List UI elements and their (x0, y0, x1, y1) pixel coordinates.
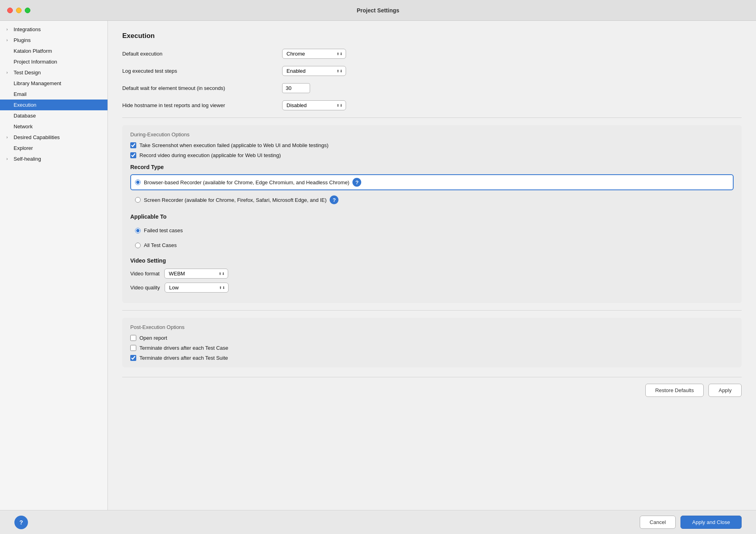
open-report-checkbox[interactable] (130, 335, 136, 341)
failed-test-cases-option[interactable]: Failed test cases (130, 224, 734, 237)
record-type-box: Record Type Browser-based Recorder (avai… (130, 164, 734, 208)
all-test-cases-option[interactable]: All Test Cases (130, 239, 734, 252)
content-action-row: Restore Defaults Apply (122, 377, 742, 397)
sidebar-item-label: Network (14, 124, 33, 130)
terminate-after-case-row: Terminate drivers after each Test Case (130, 345, 734, 351)
applicable-to-title: Applicable To (130, 213, 734, 220)
terminate-after-suite-checkbox[interactable] (130, 355, 136, 361)
post-execution-title: Post-Execution Options (130, 324, 734, 330)
hide-hostname-label: Hide hostname in test reports and log vi… (122, 102, 282, 108)
default-execution-select[interactable]: Chrome Firefox Edge Safari IE (282, 49, 346, 59)
video-setting-box: Video Setting Video format WEBM AVI MP4 … (130, 257, 734, 293)
all-test-cases-radio[interactable] (135, 243, 141, 248)
timeout-input[interactable] (282, 83, 310, 93)
sidebar-item-project-information[interactable]: › Project Information (0, 56, 107, 67)
sidebar-item-network[interactable]: › Network (0, 121, 107, 132)
video-quality-row: Video quality Low Medium High (130, 283, 734, 293)
sidebar-item-library-management[interactable]: › Library Management (0, 78, 107, 89)
bottom-help-button[interactable]: ? (14, 516, 28, 529)
sidebar-item-test-design[interactable]: › Test Design (0, 67, 107, 78)
log-steps-row: Log executed test steps Enabled Disabled (122, 66, 742, 76)
screen-recorder-radio[interactable] (135, 197, 141, 203)
default-execution-select-wrapper: Chrome Firefox Edge Safari IE (282, 49, 346, 59)
title-bar: Project Settings (0, 0, 756, 21)
browser-based-label: Browser-based Recorder (available for Ch… (144, 179, 349, 185)
open-report-label: Open report (139, 335, 167, 341)
close-button[interactable] (7, 8, 13, 13)
video-format-select[interactable]: WEBM AVI MP4 (164, 269, 228, 279)
sidebar-item-label: Desired Capabilities (14, 134, 60, 140)
terminate-after-suite-label: Terminate drivers after each Test Suite (139, 355, 228, 361)
chevron-right-icon: › (6, 157, 11, 161)
browser-based-radio[interactable] (135, 179, 141, 185)
hide-hostname-select-wrapper: Disabled Enabled (282, 100, 346, 110)
sidebar-item-label: Library Management (14, 80, 61, 86)
sidebar-item-database[interactable]: › Database (0, 110, 107, 121)
apply-and-close-button[interactable]: Apply and Close (680, 516, 742, 529)
cancel-button[interactable]: Cancel (640, 516, 676, 529)
bottom-left-area: ? (14, 516, 635, 529)
restore-defaults-button[interactable]: Restore Defaults (645, 384, 704, 397)
content-area: Execution Default execution Chrome Firef… (108, 21, 756, 510)
failed-test-cases-label: Failed test cases (144, 227, 183, 233)
sidebar-item-label: Integrations (14, 26, 41, 32)
sidebar-item-katalon-platform[interactable]: › Katalon Platform (0, 46, 107, 56)
bottom-bar: ? Cancel Apply and Close (0, 510, 756, 534)
default-execution-row: Default execution Chrome Firefox Edge Sa… (122, 49, 742, 59)
screen-recorder-help-icon[interactable]: ? (330, 195, 338, 204)
timeout-label: Default wait for element timeout (in sec… (122, 85, 282, 91)
post-execution-section: Post-Execution Options Open report Termi… (122, 318, 742, 367)
applicable-to-box: Applicable To Failed test cases All Test… (130, 213, 734, 252)
record-video-checkbox[interactable] (130, 152, 136, 158)
chevron-right-icon: › (6, 27, 11, 32)
minimize-button[interactable] (16, 8, 22, 13)
failed-test-cases-radio[interactable] (135, 228, 141, 233)
hide-hostname-row: Hide hostname in test reports and log vi… (122, 100, 742, 110)
sidebar-item-label: Execution (14, 102, 36, 108)
during-execution-title: During-Execution Options (130, 132, 734, 137)
sidebar-item-explorer[interactable]: › Explorer (0, 143, 107, 153)
sidebar-item-label: Explorer (14, 145, 33, 151)
screenshot-checkbox[interactable] (130, 142, 136, 148)
sidebar-item-integrations[interactable]: › Integrations (0, 24, 107, 35)
apply-button[interactable]: Apply (708, 384, 742, 397)
all-test-cases-label: All Test Cases (144, 242, 177, 248)
sidebar-item-plugins[interactable]: › Plugins (0, 35, 107, 46)
sidebar-item-self-healing[interactable]: › Self-healing (0, 153, 107, 164)
sidebar-item-label: Email (14, 91, 27, 97)
video-quality-select-wrapper: Low Medium High (165, 283, 229, 293)
terminate-after-case-checkbox[interactable] (130, 345, 136, 351)
browser-based-help-icon[interactable]: ? (352, 178, 361, 187)
divider (122, 118, 742, 118)
log-steps-select[interactable]: Enabled Disabled (282, 66, 346, 76)
sidebar-item-email[interactable]: › Email (0, 89, 107, 100)
log-steps-label: Log executed test steps (122, 68, 282, 74)
chevron-right-icon: › (6, 38, 11, 42)
timeout-row: Default wait for element timeout (in sec… (122, 83, 742, 93)
sidebar-item-label: Katalon Platform (14, 48, 52, 54)
sidebar-item-desired-capabilities[interactable]: › Desired Capabilities (0, 132, 107, 143)
video-quality-select[interactable]: Low Medium High (165, 283, 229, 293)
screen-recorder-option[interactable]: Screen Recorder (available for Chrome, F… (130, 192, 734, 208)
default-execution-label: Default execution (122, 51, 282, 57)
video-format-select-wrapper: WEBM AVI MP4 (164, 269, 228, 279)
terminate-after-case-label: Terminate drivers after each Test Case (139, 345, 228, 351)
video-quality-label: Video quality (130, 285, 160, 291)
window-title: Project Settings (357, 7, 400, 14)
chevron-right-icon: › (6, 70, 11, 75)
hide-hostname-select[interactable]: Disabled Enabled (282, 100, 346, 110)
traffic-lights (7, 8, 30, 13)
sidebar-item-label: Test Design (14, 70, 41, 76)
sidebar-item-execution[interactable]: › Execution (0, 100, 107, 110)
terminate-after-suite-row: Terminate drivers after each Test Suite (130, 355, 734, 361)
maximize-button[interactable] (25, 8, 30, 13)
log-steps-select-wrapper: Enabled Disabled (282, 66, 346, 76)
divider-post (122, 310, 742, 311)
screenshot-option-row: Take Screenshot when execution failed (a… (130, 142, 734, 148)
record-video-label: Record video during execution (applicabl… (139, 152, 281, 158)
sidebar-item-label: Project Information (14, 59, 57, 65)
browser-based-option[interactable]: Browser-based Recorder (available for Ch… (130, 174, 734, 190)
record-type-title: Record Type (130, 164, 734, 170)
record-video-option-row: Record video during execution (applicabl… (130, 152, 734, 158)
screen-recorder-label: Screen Recorder (available for Chrome, F… (144, 197, 326, 203)
